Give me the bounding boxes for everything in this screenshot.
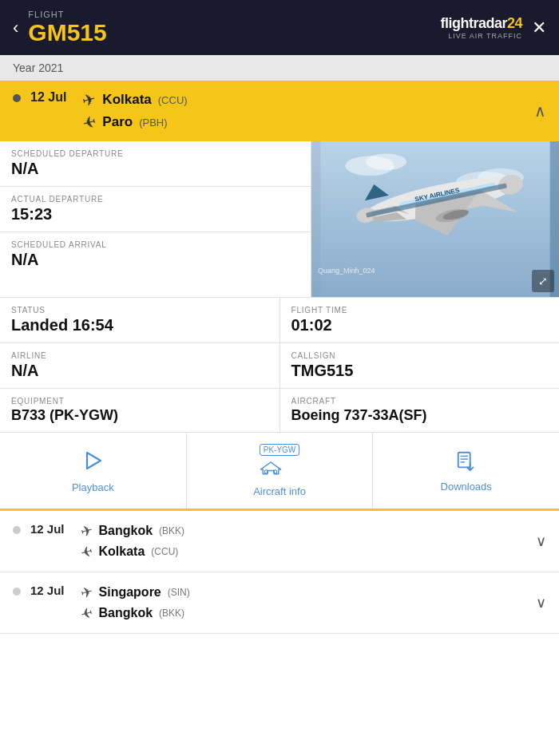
airline-cell: AIRLINE N/A bbox=[0, 343, 280, 388]
airline-row: AIRLINE N/A CALLSIGN TMG515 bbox=[0, 343, 559, 389]
fr24-logo: flightradar24 LIVE AIR TRAFFIC bbox=[440, 15, 522, 40]
scheduled-arrival-label: SCHEDULED ARRIVAL bbox=[11, 240, 299, 249]
h1-departure-code: (SIN) bbox=[168, 587, 190, 598]
route-date-info: 12 Jul ✈ Kolkata (CCU) ✈ Paro (PBH) bbox=[13, 90, 188, 132]
history-dot-1 bbox=[13, 588, 21, 596]
year-label: Year 2021 bbox=[13, 61, 63, 74]
actual-departure-cell: ACTUAL DEPARTURE 15:23 bbox=[0, 187, 311, 232]
h1-arrival-icon: ✈ bbox=[78, 603, 94, 623]
h0-expand-icon[interactable]: ∨ bbox=[536, 532, 546, 550]
arrival-row: ✈ Paro (PBH) bbox=[82, 113, 187, 132]
action-row: Playback PK-YGW Aircraft info Downloads bbox=[0, 433, 559, 511]
h0-arrival-code: (CCU) bbox=[151, 546, 178, 557]
callsign-value: TMG515 bbox=[291, 362, 549, 380]
h0-arrival-icon: ✈ bbox=[78, 541, 94, 561]
flight-time-cell: FLIGHT TIME 01:02 bbox=[280, 298, 560, 342]
h0-departure-icon: ✈ bbox=[78, 520, 94, 540]
equipment-row: EQUIPMENT B733 (PK-YGW) AIRCRAFT Boeing … bbox=[0, 389, 559, 433]
airline-value: N/A bbox=[11, 362, 268, 380]
callsign-cell: CALLSIGN TMG515 bbox=[280, 343, 560, 388]
h1-arrival-row: ✈ Bangkok (BKK) bbox=[81, 604, 190, 622]
history-left-1: 12 Jul ✈ Singapore (SIN) ✈ Bangkok (BKK) bbox=[13, 584, 190, 622]
route-airports: ✈ Kolkata (CCU) ✈ Paro (PBH) bbox=[82, 90, 187, 132]
details-grid: SCHEDULED DEPARTURE N/A ACTUAL DEPARTURE… bbox=[0, 141, 559, 298]
aircraft-image-container: SKY AIRLINES Quang_Minh_024 ⤢ bbox=[311, 141, 559, 297]
history-date-1: 12 Jul bbox=[30, 584, 65, 597]
scheduled-departure-cell: SCHEDULED DEPARTURE N/A bbox=[0, 141, 311, 187]
expand-icon[interactable]: ⤢ bbox=[532, 270, 554, 292]
history-dot-0 bbox=[13, 526, 21, 534]
flight-label: FLIGHT bbox=[28, 10, 106, 19]
playback-label: Playback bbox=[72, 481, 114, 493]
h1-departure-row: ✈ Singapore (SIN) bbox=[81, 584, 190, 601]
h0-departure-code: (BKK) bbox=[159, 525, 184, 536]
history-airports-1: ✈ Singapore (SIN) ✈ Bangkok (BKK) bbox=[81, 584, 190, 622]
playback-button[interactable]: Playback bbox=[0, 433, 187, 509]
header-right: flightradar24 LIVE AIR TRAFFIC ✕ bbox=[440, 15, 546, 40]
airline-label: AIRLINE bbox=[11, 351, 268, 360]
equipment-label: EQUIPMENT bbox=[11, 397, 268, 406]
h1-arrival-name: Bangkok bbox=[99, 606, 153, 620]
h0-departure-row: ✈ Bangkok (BKK) bbox=[81, 522, 185, 540]
actual-departure-label: ACTUAL DEPARTURE bbox=[11, 195, 299, 204]
scheduled-arrival-value: N/A bbox=[11, 251, 299, 269]
fr24-name: flightradar24 bbox=[440, 15, 522, 32]
downloads-label: Downloads bbox=[441, 481, 492, 493]
h1-arrival-code: (BKK) bbox=[159, 608, 184, 619]
aircraft-info-label: Aircraft info bbox=[253, 485, 306, 497]
year-bar: Year 2021 bbox=[0, 55, 559, 81]
scheduled-arrival-cell: SCHEDULED ARRIVAL N/A bbox=[0, 232, 311, 277]
flight-info: FLIGHT GM515 bbox=[28, 10, 106, 46]
downloads-button[interactable]: Downloads bbox=[373, 433, 559, 509]
history-row-0[interactable]: 12 Jul ✈ Bangkok (BKK) ✈ Kolkata (CCU) ∨ bbox=[0, 511, 559, 572]
h1-departure-icon: ✈ bbox=[78, 582, 94, 602]
route-date: 12 Jul bbox=[30, 90, 66, 105]
history-airports-0: ✈ Bangkok (BKK) ✈ Kolkata (CCU) bbox=[81, 522, 185, 560]
arrival-icon: ✈ bbox=[81, 111, 99, 133]
h0-departure-name: Bangkok bbox=[99, 524, 153, 538]
h1-expand-icon[interactable]: ∨ bbox=[536, 594, 546, 612]
aircraft-info-button[interactable]: PK-YGW Aircraft info bbox=[187, 433, 374, 509]
flight-number: GM515 bbox=[28, 19, 106, 46]
svg-point-2 bbox=[366, 153, 406, 170]
departure-name: Kolkata bbox=[102, 92, 151, 108]
arrival-code: (PBH) bbox=[139, 117, 167, 129]
active-route-row[interactable]: 12 Jul ✈ Kolkata (CCU) ✈ Paro (PBH) ∧ bbox=[0, 81, 559, 141]
aircraft-cell: AIRCRAFT Boeing 737-33A(SF) bbox=[280, 389, 560, 432]
scheduled-departure-label: SCHEDULED DEPARTURE bbox=[11, 149, 299, 158]
scheduled-departure-value: N/A bbox=[11, 160, 299, 178]
svg-rect-21 bbox=[458, 452, 470, 467]
details-left: SCHEDULED DEPARTURE N/A ACTUAL DEPARTURE… bbox=[0, 141, 311, 297]
status-row: STATUS Landed 16:54 FLIGHT TIME 01:02 bbox=[0, 298, 559, 343]
fr24-tagline: LIVE AIR TRAFFIC bbox=[440, 32, 522, 40]
history-row-1[interactable]: 12 Jul ✈ Singapore (SIN) ✈ Bangkok (BKK)… bbox=[0, 572, 559, 634]
history-left-0: 12 Jul ✈ Bangkok (BKK) ✈ Kolkata (CCU) bbox=[13, 522, 184, 560]
downloads-icon bbox=[455, 449, 478, 477]
history-date-0: 12 Jul bbox=[30, 522, 65, 536]
arrival-name: Paro bbox=[102, 114, 133, 130]
status-cell: STATUS Landed 16:54 bbox=[0, 298, 280, 342]
collapse-icon[interactable]: ∧ bbox=[534, 101, 546, 121]
actual-departure-value: 15:23 bbox=[11, 205, 299, 224]
route-dot bbox=[13, 94, 21, 102]
callsign-label: CALLSIGN bbox=[291, 351, 549, 360]
status-label: STATUS bbox=[11, 306, 268, 315]
h0-arrival-row: ✈ Kolkata (CCU) bbox=[81, 543, 185, 560]
aircraft-image-area[interactable]: SKY AIRLINES Quang_Minh_024 ⤢ bbox=[311, 141, 559, 297]
header: ‹ FLIGHT GM515 flightradar24 LIVE AIR TR… bbox=[0, 0, 559, 55]
flight-time-value: 01:02 bbox=[291, 316, 549, 334]
aircraft-label: AIRCRAFT bbox=[291, 397, 549, 406]
aircraft-value: Boeing 737-33A(SF) bbox=[291, 407, 549, 424]
back-button[interactable]: ‹ bbox=[13, 18, 18, 38]
header-left: ‹ FLIGHT GM515 bbox=[13, 10, 107, 46]
close-button[interactable]: ✕ bbox=[532, 18, 546, 38]
equipment-value: B733 (PK-YGW) bbox=[11, 407, 268, 424]
flight-time-label: FLIGHT TIME bbox=[291, 306, 549, 315]
aircraft-info-icon: PK-YGW bbox=[260, 444, 300, 482]
svg-marker-18 bbox=[87, 453, 101, 469]
equipment-cell: EQUIPMENT B733 (PK-YGW) bbox=[0, 389, 280, 432]
h1-departure-name: Singapore bbox=[99, 585, 161, 600]
h0-arrival-name: Kolkata bbox=[99, 544, 145, 559]
departure-code: (CCU) bbox=[158, 94, 188, 106]
playback-icon bbox=[81, 449, 105, 478]
